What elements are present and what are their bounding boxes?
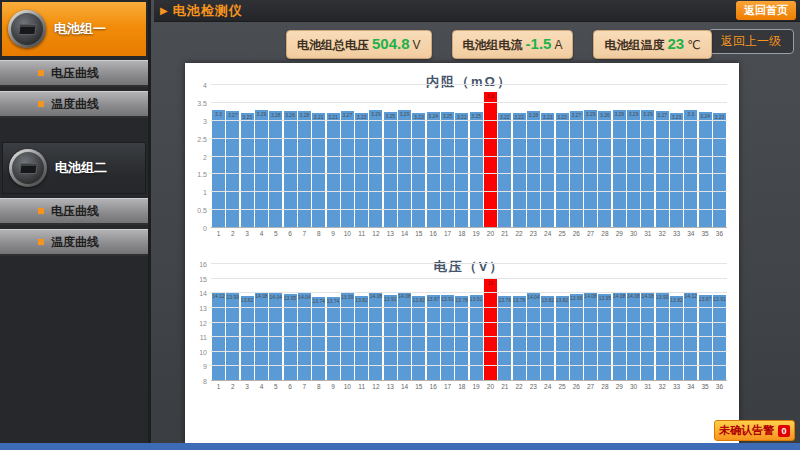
bar-value-label: 3.28: [529, 112, 539, 118]
stat-label: 电池组总电压: [297, 37, 369, 54]
bar: 13.74: [312, 297, 325, 381]
stat-temperature: 电池组温度 23 ℃: [593, 30, 711, 59]
x-axis-tick-label: 19: [470, 230, 483, 242]
bar: 3.26: [284, 111, 297, 228]
x-axis-tick-label: 7: [298, 383, 311, 395]
x-axis-tick-label: 22: [513, 383, 526, 395]
top-header-bar: ▶ 电池检测仪 返回首页: [154, 0, 800, 22]
stat-unit: A: [554, 38, 562, 52]
bar: 3.23: [412, 113, 425, 228]
unconfirmed-alarm-button[interactable]: 未确认告警 0: [714, 420, 795, 441]
bar-value-label: 14.08: [255, 293, 268, 299]
sidebar-item-temperature-curve-2[interactable]: 温度曲线: [0, 229, 148, 256]
return-home-button[interactable]: 返回首页: [736, 1, 796, 20]
x-axis-tick-label: 4: [255, 383, 268, 395]
gridline: [211, 84, 727, 85]
bar: 3.26: [598, 111, 611, 228]
bar-value-label: 3.28: [271, 112, 281, 118]
sidebar-item-voltage-curve-1[interactable]: 电压曲线: [0, 60, 148, 87]
stat-value: -1.5: [526, 35, 552, 52]
sidebar-group-battery2[interactable]: 电池组二: [2, 142, 146, 194]
gridline: [211, 138, 727, 139]
bar: 3.25: [470, 112, 483, 228]
stat-label: 电池组电流: [463, 37, 523, 54]
bar: 3.27: [570, 111, 583, 228]
x-axis-tick-label: 13: [384, 230, 397, 242]
battery-monitor-screen: 电池组一 电压曲线 温度曲线 电池组二 电压曲线 温度曲线 ▶ 电池检测仪 返回…: [0, 0, 800, 450]
bar: 3.27: [341, 111, 354, 228]
bar-value-label: 3.25: [385, 113, 395, 119]
gridline: [211, 307, 727, 308]
bar: 3.22: [513, 113, 526, 228]
x-axis-tick-label: 19: [470, 383, 483, 395]
bar: 3.24: [427, 112, 440, 228]
bar-value-label: 3.29: [371, 111, 381, 117]
bar: 3.29: [255, 110, 268, 228]
plot-area: 3.33.273.233.293.283.263.283.213.213.273…: [211, 85, 727, 228]
gridline: [211, 292, 727, 293]
x-axis-tick-label: 7: [298, 230, 311, 242]
group-label: 电池组一: [54, 20, 106, 38]
x-axis-tick-label: 15: [412, 383, 425, 395]
alarm-label: 未确认告警: [719, 423, 774, 438]
stat-label: 电池组温度: [604, 37, 664, 54]
bar-value-label: 3.3: [687, 111, 694, 117]
y-axis-tick-label: 3: [187, 117, 207, 124]
page-title: 电池检测仪: [173, 2, 736, 20]
stat-unit: V: [413, 38, 421, 52]
bullet-icon: [38, 70, 44, 76]
bar-value-label: 14.08: [370, 293, 383, 299]
x-axis-tick-label: 5: [269, 383, 282, 395]
bar-value-label: 13.95: [599, 295, 612, 301]
bar-value-label: 3.27: [571, 112, 581, 118]
x-axis-tick-label: 21: [498, 230, 511, 242]
x-axis-tick-label: 3: [241, 230, 254, 242]
x-axis-tick-label: 18: [455, 230, 468, 242]
bar: 13.82: [670, 296, 683, 381]
bottom-bar: [0, 443, 800, 450]
gridline: [211, 263, 727, 264]
bar-value-label: 3.25: [471, 113, 481, 119]
bar-value-label: 13.95: [284, 295, 297, 301]
x-axis-tick-label: 2: [226, 383, 239, 395]
sidebar-group-battery1[interactable]: 电池组一: [2, 2, 146, 56]
bar: 3.23: [355, 113, 368, 228]
bar: 13.87: [699, 295, 712, 381]
y-axis-tick-label: 10: [187, 348, 207, 355]
x-axis-tick-label: 6: [284, 230, 297, 242]
return-previous-button[interactable]: 返回上一级: [708, 29, 794, 54]
x-axis-tick-label: 14: [398, 383, 411, 395]
chart-title: 内阻（mΩ）: [211, 63, 727, 79]
x-axis-tick-label: 16: [427, 230, 440, 242]
bar-value-label: 13.74: [327, 298, 340, 304]
bar: 3.21: [312, 113, 325, 228]
bar-value-label: 14.08: [584, 293, 597, 299]
y-axis-tick-label: 0.5: [187, 207, 207, 214]
x-axis-tick-label: 9: [327, 230, 340, 242]
sidebar-item-voltage-curve-2[interactable]: 电压曲线: [0, 198, 148, 225]
bar-value-label: 13.82: [556, 297, 569, 303]
x-axis-tick-label: 29: [613, 230, 626, 242]
bar-value-label: 3.29: [400, 111, 410, 117]
bar-value-label: 3.3: [215, 111, 222, 117]
gridline: [211, 120, 727, 121]
x-axis-tick-label: 15: [412, 230, 425, 242]
gridline: [211, 322, 727, 323]
sidebar: 电池组一 电压曲线 温度曲线 电池组二 电压曲线 温度曲线: [0, 0, 151, 443]
sidebar-item-temperature-curve-1[interactable]: 温度曲线: [0, 91, 148, 118]
bar: 3.27: [226, 111, 239, 228]
x-axis-tick-label: 27: [584, 383, 597, 395]
bar-value-label: 13.96: [570, 295, 583, 301]
x-axis-tick-label: 24: [541, 230, 554, 242]
bar: 13.78: [513, 296, 526, 381]
x-axis-tick-label: 10: [341, 230, 354, 242]
bar: 13.78: [498, 296, 511, 381]
x-axis-tick-label: 36: [713, 230, 726, 242]
gridline: [211, 336, 727, 337]
gridline: [211, 380, 727, 381]
bar: 3.3: [684, 110, 697, 228]
bar-value-label: 13.87: [427, 296, 440, 302]
bar: 3.22: [498, 113, 511, 228]
bar-value-label: 3.27: [342, 112, 352, 118]
bar-value-label: 13.82: [241, 297, 254, 303]
